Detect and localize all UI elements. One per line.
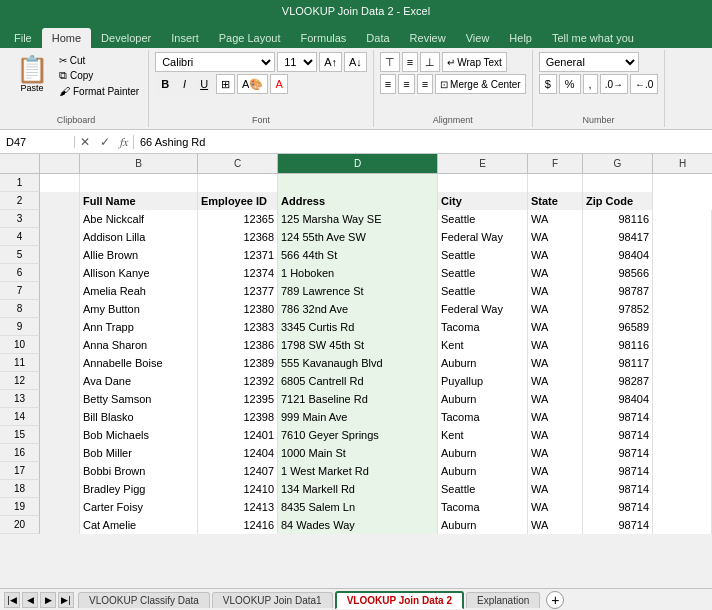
data-cell-empty[interactable] [40,318,80,336]
row-num-2[interactable]: 2 [0,192,40,210]
wrap-text-button[interactable]: ↵ Wrap Text [442,52,507,72]
data-cell-address[interactable]: 84 Wades Way [278,516,438,534]
data-cell-extra[interactable] [653,354,712,372]
align-center-button[interactable]: ≡ [398,74,414,94]
fill-color-button[interactable]: A🎨 [237,74,268,94]
data-cell-empty[interactable] [40,444,80,462]
data-cell-state[interactable]: WA [528,444,583,462]
increase-decimal-button[interactable]: .0→ [600,74,628,94]
data-cell-city[interactable]: Auburn [438,516,528,534]
data-cell-state[interactable]: WA [528,390,583,408]
col-header-G[interactable]: G [583,154,653,173]
row-num-16[interactable]: 16 [0,444,40,462]
data-cell-empty[interactable] [40,390,80,408]
data-cell-empty[interactable] [40,264,80,282]
col-header-A[interactable] [40,154,80,173]
sheet-tab-2[interactable]: VLOOKUP Join Data 2 [335,591,464,609]
font-size-select[interactable]: 11 [277,52,317,72]
data-cell-empid[interactable]: 12398 [198,408,278,426]
data-cell-address[interactable]: 124 55th Ave SW [278,228,438,246]
data-cell-address-header[interactable]: Address [278,192,438,210]
data-cell-extra[interactable] [653,462,712,480]
data-cell-empty[interactable] [40,408,80,426]
data-cell-extra[interactable] [653,264,712,282]
cut-button[interactable]: ✂ Cut [56,54,142,67]
tab-nav-last[interactable]: ▶| [58,592,74,608]
data-cell-extra[interactable] [653,210,712,228]
data-cell-address[interactable]: 7610 Geyer Springs [278,426,438,444]
data-cell-extra[interactable] [653,318,712,336]
tab-developer[interactable]: Developer [91,28,161,48]
data-cell[interactable] [583,174,653,192]
data-cell-state[interactable]: WA [528,282,583,300]
data-cell-empty[interactable] [40,336,80,354]
data-cell-empid[interactable]: 12374 [198,264,278,282]
decrease-font-button[interactable]: A↓ [344,52,367,72]
tab-file[interactable]: File [4,28,42,48]
tab-data[interactable]: Data [356,28,399,48]
data-cell-address[interactable]: 125 Marsha Way SE [278,210,438,228]
row-num-5[interactable]: 5 [0,246,40,264]
data-cell-zip[interactable]: 98714 [583,426,653,444]
sheet-tab-0[interactable]: VLOOKUP Classify Data [78,592,210,608]
font-color-button[interactable]: A [270,74,287,94]
data-cell-zip[interactable]: 98287 [583,372,653,390]
data-cell-state[interactable]: WA [528,426,583,444]
data-cell-zip[interactable]: 96589 [583,318,653,336]
data-cell-zip[interactable]: 98117 [583,354,653,372]
data-cell-empid[interactable]: 12365 [198,210,278,228]
data-cell-city[interactable]: Seattle [438,246,528,264]
tab-nav-first[interactable]: |◀ [4,592,20,608]
data-cell-empid[interactable]: 12386 [198,336,278,354]
data-cell-empid[interactable]: 12395 [198,390,278,408]
decrease-decimal-button[interactable]: ←.0 [630,74,658,94]
row-num-3[interactable]: 3 [0,210,40,228]
data-cell-city[interactable]: Auburn [438,390,528,408]
data-cell-empid-header[interactable]: Employee ID [198,192,278,210]
data-cell-state[interactable]: WA [528,336,583,354]
data-cell-zip-header[interactable]: Zip Code [583,192,653,210]
data-cell-empid[interactable]: 12404 [198,444,278,462]
data-cell-empid[interactable]: 12383 [198,318,278,336]
data-cell-extra[interactable] [653,228,712,246]
align-top-button[interactable]: ⊤ [380,52,400,72]
data-cell-address[interactable]: 1 Hoboken [278,264,438,282]
data-cell-city[interactable]: Tacoma [438,318,528,336]
data-cell-state[interactable]: WA [528,498,583,516]
data-cell-city[interactable]: Kent [438,336,528,354]
tab-formulas[interactable]: Formulas [291,28,357,48]
data-cell-address[interactable]: 3345 Curtis Rd [278,318,438,336]
data-cell-empid[interactable]: 12389 [198,354,278,372]
formula-confirm-button[interactable]: ✓ [95,135,115,149]
data-cell[interactable] [653,174,712,192]
tab-nav-next[interactable]: ▶ [40,592,56,608]
data-cell-zip[interactable]: 98417 [583,228,653,246]
data-cell[interactable] [438,174,528,192]
data-cell-empid[interactable]: 12368 [198,228,278,246]
data-cell-state[interactable]: WA [528,516,583,534]
data-cell-state[interactable]: WA [528,264,583,282]
number-format-select[interactable]: General [539,52,639,72]
data-cell-address[interactable]: 7121 Baseline Rd [278,390,438,408]
data-cell-extra[interactable] [653,444,712,462]
data-cell-state[interactable]: WA [528,408,583,426]
data-cell-zip[interactable]: 98566 [583,264,653,282]
row-num-18[interactable]: 18 [0,480,40,498]
sheet-tab-3[interactable]: Explanation [466,592,540,608]
row-num-15[interactable]: 15 [0,426,40,444]
col-header-C[interactable]: C [198,154,278,173]
row-num-8[interactable]: 8 [0,300,40,318]
data-cell-city[interactable]: Seattle [438,264,528,282]
data-cell-city[interactable]: Auburn [438,444,528,462]
row-num-10[interactable]: 10 [0,336,40,354]
data-cell-empty[interactable] [40,462,80,480]
row-num-6[interactable]: 6 [0,264,40,282]
data-cell-empid[interactable]: 12371 [198,246,278,264]
data-cell[interactable] [653,192,712,210]
row-num-17[interactable]: 17 [0,462,40,480]
row-num-13[interactable]: 13 [0,390,40,408]
formula-input[interactable] [134,136,712,148]
data-cell-state[interactable]: WA [528,462,583,480]
data-cell-fullname[interactable]: Cat Amelie [80,516,198,534]
data-cell-extra[interactable] [653,282,712,300]
